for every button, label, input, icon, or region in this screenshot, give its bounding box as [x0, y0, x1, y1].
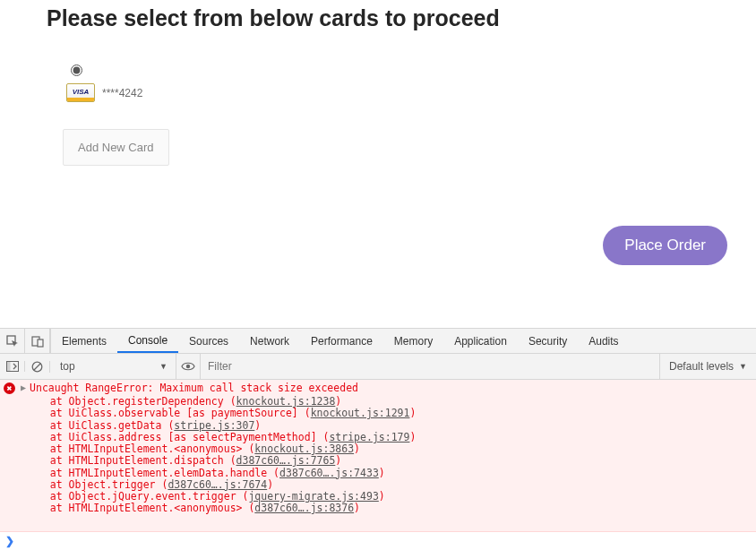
live-expression-icon[interactable]: [176, 354, 201, 379]
error-message: Uncaught RangeError: Maximum call stack …: [30, 382, 358, 394]
log-levels-label: Default levels: [669, 360, 734, 373]
source-link[interactable]: knockout.js:1238: [236, 395, 336, 408]
source-link[interactable]: jquery-migrate.js:493: [248, 490, 378, 503]
error-expand-caret[interactable]: ▶: [21, 382, 26, 393]
svg-rect-2: [38, 339, 43, 347]
svg-line-6: [34, 364, 40, 370]
log-levels-select[interactable]: Default levels ▼: [659, 354, 756, 379]
source-link[interactable]: d387c60….js:7433: [279, 467, 379, 479]
device-toolbar-icon[interactable]: [25, 329, 50, 353]
source-link[interactable]: knockout.js:3863: [254, 443, 354, 455]
devtools-tab-performance[interactable]: Performance: [300, 329, 383, 353]
devtools-tab-elements[interactable]: Elements: [51, 329, 117, 353]
svg-rect-4: [6, 362, 10, 372]
devtools-tab-network[interactable]: Network: [239, 329, 300, 353]
source-link[interactable]: stripe.js:179: [329, 431, 409, 443]
visa-icon: VISA: [66, 83, 95, 102]
console-filter-input[interactable]: [201, 357, 659, 376]
devtools-tab-security[interactable]: Security: [518, 329, 578, 353]
devtools-panel: ElementsConsoleSourcesNetworkPerformance…: [0, 328, 756, 550]
clear-console-icon[interactable]: [25, 361, 50, 373]
source-link[interactable]: d387c60….js:7674: [168, 478, 267, 491]
svg-point-7: [186, 365, 190, 368]
card-radio[interactable]: [71, 64, 82, 76]
add-new-card-button[interactable]: Add New Card: [63, 129, 169, 166]
stack-frame: at HTMLInputElement.<anonymous> (d387c60…: [0, 503, 756, 514]
devtools-tab-application[interactable]: Application: [443, 329, 518, 353]
execution-context-label: top: [60, 360, 75, 373]
chevron-down-icon: ▼: [739, 362, 747, 371]
place-order-button[interactable]: Place Order: [603, 226, 727, 265]
source-link[interactable]: d387c60….js:7765: [236, 454, 336, 467]
devtools-tab-sources[interactable]: Sources: [178, 329, 239, 353]
inspect-element-icon[interactable]: [0, 329, 25, 353]
console-toolbar: top ▼ Default levels ▼: [0, 354, 756, 380]
execution-context-select[interactable]: top ▼: [56, 357, 172, 375]
console-prompt[interactable]: ❯: [0, 532, 756, 550]
page-heading: Please select from below cards to procee…: [0, 0, 756, 31]
devtools-tab-console[interactable]: Console: [117, 329, 178, 353]
card-masked-number: ****4242: [102, 87, 142, 99]
console-sidebar-toggle-icon[interactable]: [0, 361, 25, 372]
devtools-tabstrip: ElementsConsoleSourcesNetworkPerformance…: [0, 329, 756, 354]
chevron-down-icon: ▼: [159, 362, 168, 371]
source-link[interactable]: d387c60….js:8376: [254, 502, 354, 514]
devtools-tab-memory[interactable]: Memory: [383, 329, 443, 353]
visa-brand-text: VISA: [73, 89, 90, 96]
source-link[interactable]: knockout.js:1291: [311, 407, 410, 419]
prompt-caret-icon: ❯: [5, 535, 14, 547]
console-output: ✖ ▶ Uncaught RangeError: Maximum call st…: [0, 380, 756, 532]
error-icon: ✖: [4, 382, 15, 394]
saved-cards-list: VISA ****4242: [66, 62, 756, 102]
devtools-tab-audits[interactable]: Audits: [578, 329, 629, 353]
source-link[interactable]: stripe.js:307: [174, 419, 254, 432]
